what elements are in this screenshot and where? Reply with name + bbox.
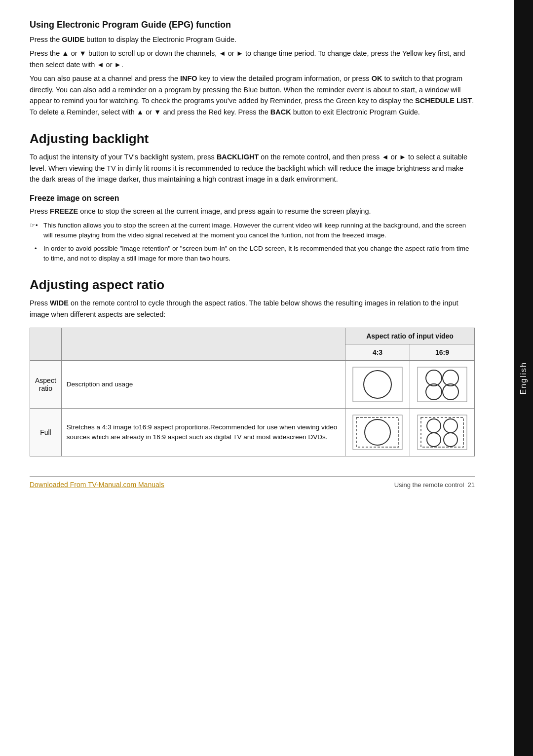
img-169-normal <box>410 361 475 409</box>
freeze-title: Freeze image on screen <box>30 194 475 203</box>
desc-label: Description and usage <box>61 361 345 409</box>
aspect-intro: Press WIDE on the remote control to cycl… <box>30 298 475 320</box>
col-169: 16:9 <box>410 344 475 361</box>
footer: Downloaded From TV-Manual.com Manuals Us… <box>30 476 475 489</box>
epg-para1: Press the GUIDE button to display the El… <box>30 34 475 45</box>
col-43: 4:3 <box>345 344 410 361</box>
epg-section: Using Electronic Program Guide (EPG) fun… <box>30 20 475 117</box>
aspect-ratio-label: Aspectratio <box>30 361 62 409</box>
full-desc: Stretches a 4:3 image to16:9 aspect prop… <box>61 409 345 456</box>
footer-page-info: Using the remote control 21 <box>394 481 475 489</box>
img-43-normal <box>345 361 410 409</box>
page-wrapper: English Using Electronic Program Guide (… <box>0 0 533 756</box>
aspect-title: Adjusting aspect ratio <box>30 277 475 293</box>
epg-para2: Press the ▲ or ▼ button to scroll up or … <box>30 48 475 70</box>
table-row-header: Aspectratio Description and usage <box>30 361 475 409</box>
img-169-full <box>410 409 475 456</box>
footer-page-label: Using the remote control <box>394 481 464 489</box>
freeze-body: Press FREEZE once to stop the screen at … <box>30 206 475 217</box>
aspect-table: Aspect ratio of input video 4:3 16:9 Asp… <box>30 328 475 456</box>
svg-rect-7 <box>353 415 402 450</box>
epg-para3: You can also pause at a channel and pres… <box>30 73 475 117</box>
freeze-notes: This function allows you to stop the scr… <box>30 221 475 264</box>
aspect-section: Adjusting aspect ratio Press WIDE on the… <box>30 277 475 456</box>
language-label: English <box>519 362 528 394</box>
full-label: Full <box>30 409 62 456</box>
table-header-row: Aspect ratio of input video <box>30 328 475 344</box>
svg-rect-10 <box>418 415 467 450</box>
footer-link[interactable]: Downloaded From TV-Manual.com Manuals <box>30 481 164 489</box>
freeze-note-2: In order to avoid possible "image retent… <box>30 244 475 264</box>
backlight-title: Adjusting backlight <box>30 131 475 147</box>
backlight-section: Adjusting backlight To adjust the intens… <box>30 131 475 185</box>
freeze-section: Freeze image on screen Press FREEZE once… <box>30 194 475 264</box>
svg-rect-0 <box>353 367 402 402</box>
col-aspect-input: Aspect ratio of input video <box>345 328 475 344</box>
language-tab: English <box>514 0 533 756</box>
backlight-body: To adjust the intensity of your TV's bac… <box>30 151 475 185</box>
footer-page-number: 21 <box>468 481 475 489</box>
svg-rect-2 <box>418 367 467 402</box>
img-43-full <box>345 409 410 456</box>
table-row-full: Full Stretches a 4:3 image to16:9 aspect… <box>30 409 475 456</box>
main-content: Using Electronic Program Guide (EPG) fun… <box>0 0 514 756</box>
col-desc-usage <box>61 328 345 361</box>
col-aspect-ratio <box>30 328 62 361</box>
epg-title: Using Electronic Program Guide (EPG) fun… <box>30 20 475 30</box>
freeze-note-1: This function allows you to stop the scr… <box>30 221 475 241</box>
